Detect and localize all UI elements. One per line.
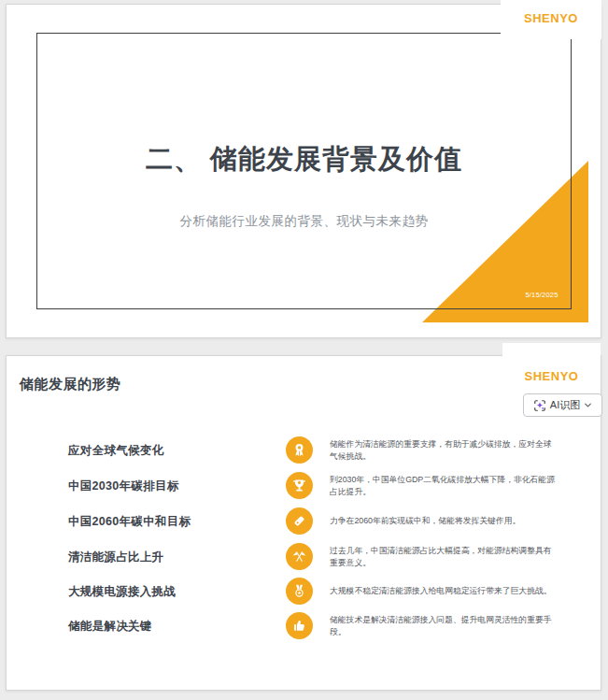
item-description: 储能技术是解决清洁能源接入问题、提升电网灵活性的重要手段。 xyxy=(330,607,557,645)
trophy-icon xyxy=(286,472,313,499)
item-label: 清洁能源占比上升 xyxy=(68,538,163,576)
slide-2-logo-box: SHENYO xyxy=(502,343,601,392)
brand-logo: SHENYO xyxy=(524,11,578,25)
award-rosette-icon xyxy=(286,436,313,464)
list-item: 中国2060年碳中和目标 力争在2060年前实现碳中和，储能将发挥关键作用。 xyxy=(6,503,601,540)
list-item: 清洁能源占比上升 过去几年，中国清洁能源占比大幅提高，对能源结构调整具有重要意义… xyxy=(6,538,601,576)
list-item: 大规模电源接入挑战 大规模不稳定清洁能源接入给电网稳定运行带来了巨大挑战。 xyxy=(6,573,601,610)
slide-2-title: 储能发展的形势 xyxy=(20,376,121,393)
brand-logo: SHENYO xyxy=(525,369,579,383)
medal-icon xyxy=(286,578,313,605)
item-description: 大规模不稳定清洁能源接入给电网稳定运行带来了巨大挑战。 xyxy=(330,573,557,610)
editor-canvas: 二、 储能发展背景及价值 分析储能行业发展的背景、现状与未来趋势 5/15/20… xyxy=(0,0,608,700)
list-item: 中国2030年碳排目标 到2030年，中国单位GDP二氧化碳排放大幅下降，非化石… xyxy=(6,467,601,505)
list-item: 储能是解决关键 储能技术是解决清洁能源接入问题、提升电网灵活性的重要手段。 xyxy=(6,607,601,645)
scan-sparkle-icon xyxy=(533,399,546,412)
item-description: 力争在2060年前实现碳中和，储能将发挥关键作用。 xyxy=(330,503,557,540)
slide-1-subtitle: 分析储能行业发展的背景、现状与未来趋势 xyxy=(0,213,608,230)
item-label: 储能是解决关键 xyxy=(68,607,152,645)
ai-recognize-button[interactable]: AI识图 xyxy=(523,393,602,417)
thumbs-up-icon xyxy=(286,612,313,639)
item-description: 储能作为清洁能源的重要支撑，有助于减少碳排放，应对全球气候挑战。 xyxy=(330,432,557,469)
item-label: 大规模电源接入挑战 xyxy=(68,573,176,610)
tag-icon xyxy=(286,507,313,535)
slide-date: 5/15/2025 xyxy=(509,291,574,299)
item-label: 应对全球气候变化 xyxy=(68,432,163,469)
crossed-flags-icon xyxy=(286,543,313,570)
list-item: 应对全球气候变化 储能作为清洁能源的重要支撑，有助于减少碳排放，应对全球气候挑战… xyxy=(6,432,601,469)
slide-1-logo-box: SHENYO xyxy=(501,0,601,39)
item-label: 中国2030年碳排目标 xyxy=(68,467,179,505)
ai-button-label: AI识图 xyxy=(550,398,580,412)
chevron-down-icon[interactable] xyxy=(584,402,592,408)
item-label: 中国2060年碳中和目标 xyxy=(68,503,191,540)
item-description: 过去几年，中国清洁能源占比大幅提高，对能源结构调整具有重要意义。 xyxy=(330,538,557,576)
item-description: 到2030年，中国单位GDP二氧化碳排放大幅下降，非化石能源占比提升。 xyxy=(330,467,557,505)
slide-1-title: 二、 储能发展背景及价值 xyxy=(0,141,608,179)
